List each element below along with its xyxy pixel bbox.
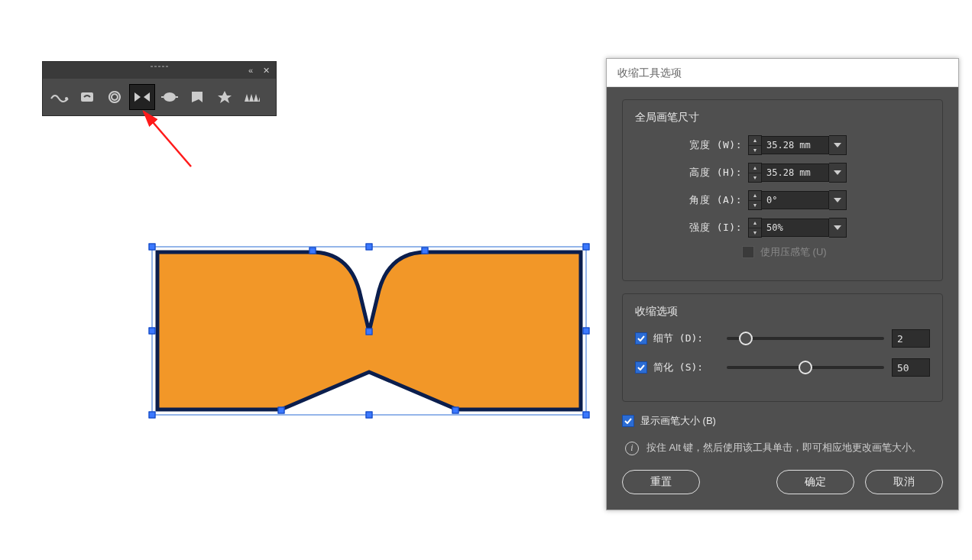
height-input[interactable] xyxy=(762,163,829,182)
warp-tool-icon[interactable] xyxy=(47,85,72,109)
angle-stepper[interactable]: ▴▾ xyxy=(748,190,762,210)
angle-dropdown[interactable] xyxy=(829,190,847,210)
svg-rect-1 xyxy=(81,92,93,102)
spiral-tool-icon[interactable] xyxy=(102,85,127,109)
toolbar-grip-icon xyxy=(144,66,175,67)
width-dropdown[interactable] xyxy=(829,135,847,155)
selected-artwork[interactable] xyxy=(151,246,587,416)
reset-button[interactable]: 重置 xyxy=(622,470,700,494)
show-brush-size-checkbox[interactable] xyxy=(622,415,634,427)
cancel-button[interactable]: 取消 xyxy=(865,470,943,494)
intensity-stepper[interactable]: ▴▾ xyxy=(748,218,762,238)
brush-size-group: 全局画笔尺寸 宽度 (W): ▴▾ 高度 (H): ▴▾ 角度 (A): ▴▾ xyxy=(622,99,943,281)
width-stepper[interactable]: ▴▾ xyxy=(748,135,762,155)
show-brush-size-label: 显示画笔大小 (B) xyxy=(640,414,716,428)
angle-label: 角度 (A): xyxy=(635,193,748,207)
simplify-checkbox[interactable] xyxy=(635,361,647,374)
detail-checkbox[interactable] xyxy=(635,332,647,345)
brush-size-group-title: 全局画笔尺寸 xyxy=(635,111,930,125)
ok-button[interactable]: 确定 xyxy=(776,470,854,494)
pressure-pen-checkbox xyxy=(742,246,754,258)
simplify-label: 简化 (S): xyxy=(653,361,703,374)
toolbar-body xyxy=(43,79,276,115)
intensity-input[interactable] xyxy=(762,218,829,237)
pucker-options-group: 收缩选项 细节 (D): 简化 (S): xyxy=(622,293,943,402)
simplify-slider-thumb[interactable] xyxy=(799,361,812,374)
toolbar-header[interactable]: « ✕ xyxy=(43,62,276,79)
bloat-tool-icon[interactable] xyxy=(157,85,182,109)
height-dropdown[interactable] xyxy=(829,163,847,183)
detail-slider-thumb[interactable] xyxy=(739,332,753,345)
simplify-slider[interactable] xyxy=(727,366,884,369)
close-icon[interactable]: ✕ xyxy=(261,65,271,76)
annotation-arrow-icon xyxy=(115,107,206,183)
pucker-options-title: 收缩选项 xyxy=(635,305,930,319)
intensity-dropdown[interactable] xyxy=(829,218,847,238)
hint-text: 按住 Alt 键，然后使用该工具单击，即可相应地更改画笔大小。 xyxy=(646,440,922,456)
svg-point-0 xyxy=(65,97,68,100)
wrinkle-tool-icon[interactable] xyxy=(240,85,264,109)
collapse-icon[interactable]: « xyxy=(245,65,256,76)
dialog-title[interactable]: 收缩工具选项 xyxy=(607,59,958,87)
height-stepper[interactable]: ▴▾ xyxy=(748,163,762,183)
info-icon: i xyxy=(625,442,639,455)
simplify-value[interactable] xyxy=(892,358,930,377)
hint-row: i 按住 Alt 键，然后使用该工具单击，即可相应地更改画笔大小。 xyxy=(625,440,940,456)
detail-label: 细节 (D): xyxy=(653,332,703,345)
pucker-tool-icon[interactable] xyxy=(130,85,154,109)
intensity-label: 强度 (I): xyxy=(635,221,748,235)
svg-line-3 xyxy=(144,112,191,167)
angle-input[interactable] xyxy=(762,191,829,209)
height-label: 高度 (H): xyxy=(635,166,748,180)
scallop-tool-icon[interactable] xyxy=(185,85,209,109)
detail-value[interactable] xyxy=(892,329,930,348)
pucker-options-dialog: 收缩工具选项 全局画笔尺寸 宽度 (W): ▴▾ 高度 (H): ▴▾ 角 xyxy=(606,58,959,510)
width-label: 宽度 (W): xyxy=(635,138,748,152)
pressure-pen-label: 使用压感笔 (U) xyxy=(760,245,827,259)
detail-slider[interactable] xyxy=(727,337,884,340)
crystallize-tool-icon[interactable] xyxy=(212,85,237,109)
width-input[interactable] xyxy=(762,136,829,154)
twirl-tool-icon[interactable] xyxy=(75,85,99,109)
svg-point-2 xyxy=(164,92,176,102)
liquify-toolbar: « ✕ xyxy=(42,61,277,116)
